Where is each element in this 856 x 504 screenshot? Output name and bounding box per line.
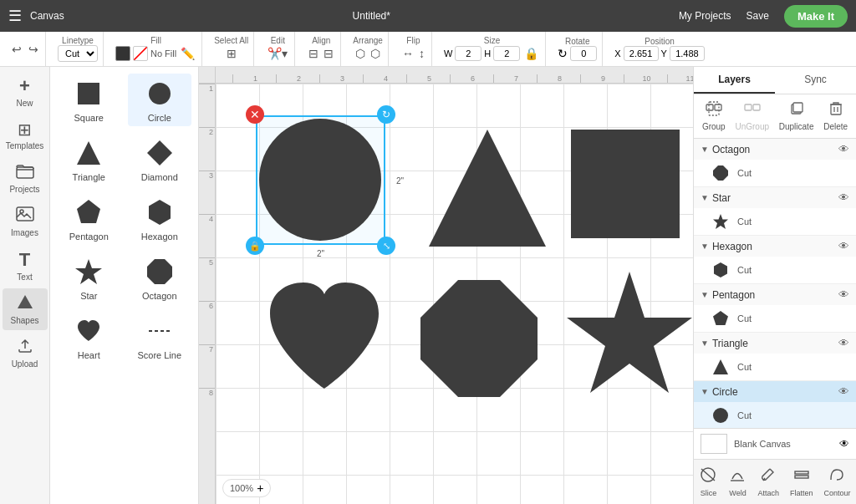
rotate-group: Rotate ↻ <box>553 32 603 66</box>
shape-item-hexagon[interactable]: Hexagon <box>128 192 192 245</box>
w-label: W <box>444 48 452 59</box>
sidebar-item-images[interactable]: Images <box>3 201 48 242</box>
layer-sub-triangle[interactable]: Cut <box>694 354 856 380</box>
layer-sub-star[interactable]: Cut <box>694 208 856 235</box>
layer-thumb-star <box>711 211 731 232</box>
align-group: Align ⊟ ⊟ <box>302 32 341 66</box>
layer-header-hexagon[interactable]: ▼ Hexagon 👁 <box>694 236 856 257</box>
fill-color-swatch[interactable] <box>115 46 130 61</box>
save-button[interactable]: Save <box>740 7 776 25</box>
select-all-button[interactable]: ⊞ <box>225 45 238 62</box>
align-right-button[interactable]: ⊟ <box>322 45 335 62</box>
layer-header-triangle[interactable]: ▼ Triangle 👁 <box>694 333 856 354</box>
contour-icon <box>828 466 846 487</box>
sidebar-item-new[interactable]: + New <box>3 70 48 113</box>
canvas-star[interactable] <box>567 267 692 401</box>
eye-icon-octagon[interactable]: 👁 <box>838 143 849 155</box>
tab-layers[interactable]: Layers <box>694 67 775 94</box>
canvas-zoom-control[interactable]: 100% + <box>222 479 271 497</box>
eye-icon-circle[interactable]: 👁 <box>838 385 849 398</box>
attach-button[interactable]: Attach <box>752 465 784 499</box>
layer-header-octagon[interactable]: ▼ Octagon 👁 <box>694 139 856 160</box>
canvas-square[interactable] <box>567 125 684 242</box>
shape-item-star[interactable]: Star <box>57 252 121 304</box>
hamburger-icon[interactable]: ☰ <box>8 7 22 25</box>
width-input[interactable] <box>455 46 482 61</box>
duplicate-icon <box>788 101 805 120</box>
svg-rect-26 <box>793 103 802 112</box>
shape-item-scoreline[interactable]: Score Line <box>128 311 192 364</box>
flip-h-button[interactable]: ↔ <box>400 45 415 62</box>
layer-header-circle[interactable]: ▼ Circle 👁 <box>694 381 856 402</box>
scoreline-shape-label: Score Line <box>137 350 181 360</box>
ruler-left-tick: 2 <box>199 127 215 171</box>
canvas-content[interactable]: ✕ ↻ 🔒 ⤡ + 2" 2" <box>216 84 693 504</box>
sidebar-item-projects[interactable]: Projects <box>3 157 48 199</box>
canvas-triangle[interactable] <box>425 125 550 251</box>
right-toolbar: Group UnGroup Duplicate Delete <box>694 94 856 139</box>
canvas-circle[interactable] <box>257 117 383 242</box>
sidebar-item-templates[interactable]: ⊞ Templates <box>3 115 48 155</box>
layer-header-pentagon[interactable]: ▼ Pentagon 👁 <box>694 284 856 305</box>
ungroup-button[interactable]: UnGroup <box>731 99 772 133</box>
layer-name-pentagon: Pentagon <box>712 289 835 301</box>
shape-item-circle[interactable]: Circle <box>128 74 192 126</box>
tab-sync[interactable]: Sync <box>775 67 856 94</box>
eye-icon-star[interactable]: 👁 <box>838 191 849 204</box>
duplicate-button[interactable]: Duplicate <box>776 99 818 133</box>
shape-item-triangle[interactable]: Triangle <box>57 133 121 186</box>
canvas-octagon[interactable] <box>416 276 542 401</box>
fill-none-swatch[interactable] <box>133 46 148 61</box>
canvas-heart[interactable] <box>262 276 387 401</box>
eye-icon-pentagon[interactable]: 👁 <box>838 288 849 301</box>
flatten-button[interactable]: Flatten <box>785 465 818 499</box>
layer-name-hexagon: Hexagon <box>712 241 835 252</box>
lock-aspect-button[interactable]: 🔒 <box>522 45 540 62</box>
shape-item-octagon[interactable]: Octagon <box>128 252 192 304</box>
shape-item-heart[interactable]: Heart <box>57 311 121 364</box>
sidebar-item-shapes[interactable]: Shapes <box>3 288 48 330</box>
height-input[interactable] <box>493 46 520 61</box>
weld-button[interactable]: Weld <box>723 465 752 499</box>
group-button[interactable]: Group <box>699 99 729 133</box>
select-all-label: Select All <box>214 36 248 45</box>
delete-button[interactable]: Delete <box>820 99 851 133</box>
ruler-tick: 8 <box>537 74 580 83</box>
arrange-front-button[interactable]: ⬡ <box>354 45 367 62</box>
layer-sub-circle[interactable]: Cut <box>694 402 856 428</box>
redo-button[interactable]: ↪ <box>27 41 40 58</box>
ungroup-label: UnGroup <box>735 122 769 131</box>
shape-item-square[interactable]: Square <box>57 74 121 126</box>
blank-canvas-row[interactable]: Blank Canvas 👁 <box>694 428 856 459</box>
flip-v-button[interactable]: ↕ <box>417 45 426 62</box>
layer-sub-pentagon[interactable]: Cut <box>694 305 856 332</box>
my-projects-button[interactable]: My Projects <box>679 10 731 22</box>
linetype-select[interactable]: Cut <box>58 45 98 62</box>
ruler-left-tick: 8 <box>199 388 215 431</box>
eye-icon-hexagon[interactable]: 👁 <box>838 240 849 252</box>
eye-icon-triangle[interactable]: 👁 <box>838 337 849 349</box>
make-it-button[interactable]: Make It <box>784 5 848 28</box>
chevron-icon: ▼ <box>701 242 709 251</box>
x-input[interactable] <box>624 46 659 61</box>
rotate-input[interactable] <box>570 46 597 61</box>
blank-canvas-eye-icon[interactable]: 👁 <box>839 438 849 450</box>
zoom-in-button[interactable]: + <box>257 481 263 495</box>
y-input[interactable] <box>670 46 705 61</box>
upload-icon <box>16 337 34 358</box>
layer-sub-hexagon[interactable]: Cut <box>694 257 856 283</box>
shape-item-diamond[interactable]: Diamond <box>128 133 192 186</box>
layer-header-star[interactable]: ▼ Star 👁 <box>694 187 856 208</box>
text-icon: T <box>19 249 30 271</box>
align-left-button[interactable]: ⊟ <box>307 45 320 62</box>
sidebar-item-upload[interactable]: Upload <box>3 332 48 374</box>
edit-button[interactable]: ✂️▾ <box>266 45 289 62</box>
fill-edit-button[interactable]: ✏️ <box>179 45 196 62</box>
layer-sub-octagon[interactable]: Cut <box>694 160 856 186</box>
undo-button[interactable]: ↩ <box>10 41 23 58</box>
contour-button[interactable]: Contour <box>818 465 855 499</box>
slice-button[interactable]: Slice <box>694 465 722 499</box>
sidebar-item-text[interactable]: T Text <box>3 244 48 287</box>
arrange-back-button[interactable]: ⬡ <box>369 45 382 62</box>
shape-item-pentagon[interactable]: Pentagon <box>57 192 121 245</box>
